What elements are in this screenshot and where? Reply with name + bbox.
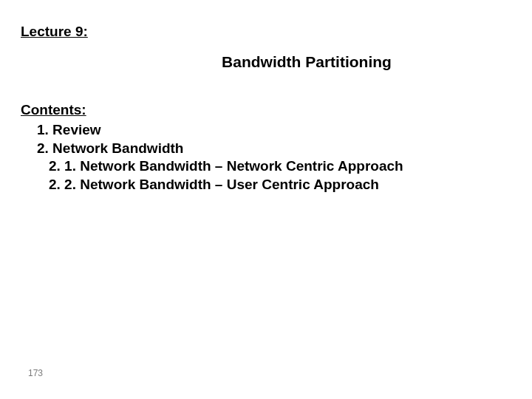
slide-title: Bandwidth Partitioning	[102, 53, 511, 71]
toc-item: 2. Network Bandwidth	[37, 140, 511, 158]
toc-item: 1. Review	[37, 121, 511, 140]
table-of-contents: 1. Review 2. Network Bandwidth 2. 1. Net…	[21, 121, 511, 194]
page-number: 173	[28, 368, 43, 378]
lecture-label: Lecture 9:	[21, 24, 511, 40]
toc-subitem: 2. 1. Network Bandwidth – Network Centri…	[37, 157, 511, 176]
contents-heading: Contents:	[21, 102, 511, 118]
toc-subitem: 2. 2. Network Bandwidth – User Centric A…	[37, 176, 511, 194]
